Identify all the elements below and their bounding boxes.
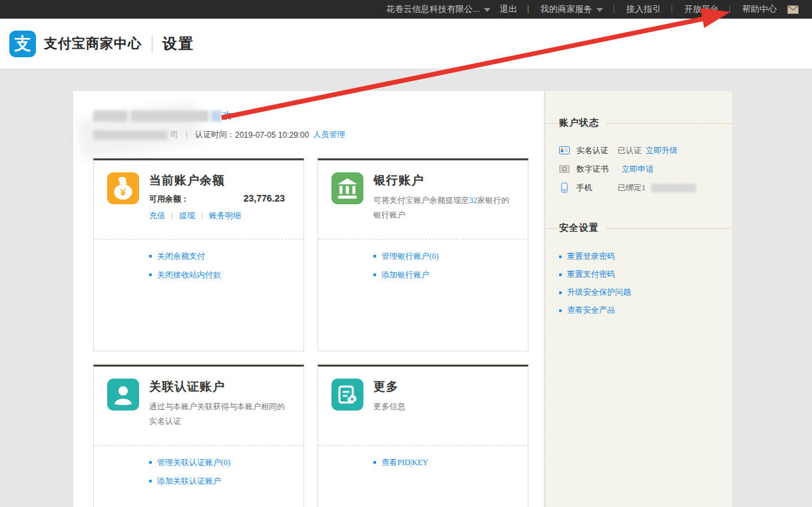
bullet-icon <box>373 255 376 257</box>
section-title: 账户状态 <box>559 117 606 129</box>
help-center-link[interactable]: 帮助中心 <box>742 3 777 15</box>
header-divider <box>152 35 152 53</box>
topbar-separator <box>672 5 672 13</box>
topbar: 花卷云信息科技有限公... 退出 我的商家服务 接入指引 开放平台 帮助中心 <box>0 0 812 19</box>
card-title: 更多 <box>373 379 518 395</box>
status-label: 手机 <box>576 182 618 194</box>
action-link[interactable]: 管理银行账户(0) <box>381 251 439 262</box>
mail-icon[interactable] <box>787 5 799 14</box>
account-cert-row: 司 认证时间： 2019-07-05 10:29:00 人员管理 <box>93 129 528 140</box>
staff-management-link[interactable]: 人员管理 <box>313 129 345 140</box>
separator <box>202 212 202 220</box>
card-title: 当前账户余额 <box>149 172 294 188</box>
id-card-icon <box>559 145 570 156</box>
security-link[interactable]: 重置支付密码 <box>567 269 615 280</box>
status-row-realname: 实名认证 已认证 立即升级 <box>559 141 732 160</box>
alipay-logo-icon[interactable]: 支 <box>9 31 36 57</box>
balance-label: 可用余额： <box>149 194 189 205</box>
action-close-balance-pay[interactable]: 关闭余额支付 <box>149 247 304 265</box>
section-title: 安全设置 <box>559 222 606 234</box>
status-label: 数字证书 <box>576 164 618 175</box>
content-area: 改 司 认证时间： 2019-07-05 10:29:00 人员管理 <box>0 69 812 507</box>
action-add-bank[interactable]: 添加银行账户 <box>373 265 528 284</box>
action-link[interactable]: 管理关联认证账户(0) <box>157 457 230 468</box>
action-manage-linked[interactable]: 管理关联认证账户(0) <box>149 453 304 472</box>
logout-link[interactable]: 退出 <box>500 3 517 15</box>
upgrade-now-link[interactable]: 立即升级 <box>646 145 678 156</box>
bullet-icon <box>559 273 562 276</box>
company-dropdown[interactable]: 花卷云信息科技有限公... <box>386 3 491 15</box>
cert-time-label: 认证时间： <box>195 129 235 140</box>
security-link[interactable]: 查看安全产品 <box>567 305 615 316</box>
company-name: 花卷云信息科技有限公... <box>386 4 480 14</box>
status-label: 实名认证 <box>576 145 618 156</box>
bullet-icon <box>559 255 562 258</box>
reset-pay-password-link[interactable]: 重置支付密码 <box>559 265 732 283</box>
security-link[interactable]: 升级安全保护问题 <box>567 287 631 298</box>
upgrade-security-question-link[interactable]: 升级安全保护问题 <box>559 283 732 301</box>
money-bag-icon: ¥ <box>107 172 139 204</box>
open-platform-link[interactable]: 开放平台 <box>684 3 719 15</box>
person-icon <box>107 379 139 411</box>
status-value: 已认证 <box>618 145 642 156</box>
page-title: 设置 <box>162 34 194 54</box>
certificate-icon <box>559 164 570 174</box>
card-description: 可将支付宝账户余额提现至32家银行的银行账户 <box>373 193 512 222</box>
chevron-down-icon <box>484 8 491 12</box>
bullet-icon <box>559 291 562 294</box>
balance-value: 23,776.23 <box>244 193 285 204</box>
action-manage-bank[interactable]: 管理银行账户(0) <box>373 247 528 265</box>
bullet-icon <box>149 255 152 257</box>
action-link[interactable]: 添加关联认证账户 <box>157 476 221 487</box>
redacted-account-name <box>130 110 209 122</box>
withdraw-link[interactable]: 提现 <box>179 210 195 222</box>
status-row-phone: 手机 已绑定1 <box>559 178 732 197</box>
topbar-separator <box>614 5 614 13</box>
separator <box>172 212 172 220</box>
card-linked-accounts: 关联认证账户 通过与本账户关联获得与本账户相同的实名认证 管理关联认证账户(0)… <box>93 365 304 507</box>
account-name-row: 改 <box>93 108 528 123</box>
bullet-icon <box>149 461 152 464</box>
apply-now-link[interactable]: 立即申请 <box>622 164 654 175</box>
statement-link[interactable]: 账务明细 <box>209 210 241 222</box>
card-bank: 银行账户 可将支付宝账户余额提现至32家银行的银行账户 管理银行账户(0) 添加… <box>317 158 528 351</box>
card-title: 关联认证账户 <box>149 379 294 395</box>
status-value: 已绑定1 <box>618 182 646 194</box>
access-guide-link[interactable]: 接入指引 <box>626 3 661 15</box>
svg-text:¥: ¥ <box>120 186 126 198</box>
bullet-icon <box>559 309 562 312</box>
action-link[interactable]: 关闭余额支付 <box>157 251 205 262</box>
action-link[interactable]: 查看PID|KEY <box>381 457 428 468</box>
action-add-linked[interactable]: 添加关联认证账户 <box>149 472 304 490</box>
header: 支 支付宝商家中心 设置 <box>0 19 812 69</box>
redacted-account-name <box>211 110 222 122</box>
security-link[interactable]: 重置登录密码 <box>567 251 615 262</box>
security-section-header: 安全设置 <box>546 222 732 234</box>
main-panel: 改 司 认证时间： 2019-07-05 10:29:00 人员管理 <box>73 91 544 507</box>
account-status-section-header: 账户状态 <box>546 117 732 128</box>
reset-login-password-link[interactable]: 重置登录密码 <box>559 248 732 265</box>
my-services-label: 我的商家服务 <box>540 4 592 14</box>
card-description: 更多信息 <box>373 399 512 414</box>
brand-title: 支付宝商家中心 <box>44 35 142 53</box>
action-close-onsite-pay[interactable]: 关闭接收站内付款 <box>149 265 304 284</box>
action-link[interactable]: 关闭接收站内付款 <box>157 269 221 281</box>
modify-link[interactable]: 改 <box>222 110 232 122</box>
bullet-icon <box>149 273 152 276</box>
card-title: 银行账户 <box>373 172 518 188</box>
recharge-link[interactable]: 充值 <box>149 210 165 222</box>
document-gear-icon <box>331 379 363 411</box>
action-view-pid-key[interactable]: 查看PID|KEY <box>373 453 528 472</box>
action-link[interactable]: 添加银行账户 <box>381 269 429 281</box>
redacted-phone-number <box>651 184 696 192</box>
redacted-company-name <box>93 130 168 140</box>
view-security-products-link[interactable]: 查看安全产品 <box>559 301 732 319</box>
bank-icon <box>331 172 363 204</box>
my-services-dropdown[interactable]: 我的商家服务 <box>540 3 603 15</box>
topbar-separator <box>528 5 528 13</box>
chevron-down-icon <box>596 8 603 12</box>
card-balance: ¥ 当前账户余额 可用余额： 23,776.23 充值 提现 <box>93 158 304 351</box>
bullet-icon <box>149 480 152 482</box>
topbar-separator <box>729 5 730 13</box>
card-more: 更多 更多信息 查看PID|KEY <box>317 365 528 507</box>
